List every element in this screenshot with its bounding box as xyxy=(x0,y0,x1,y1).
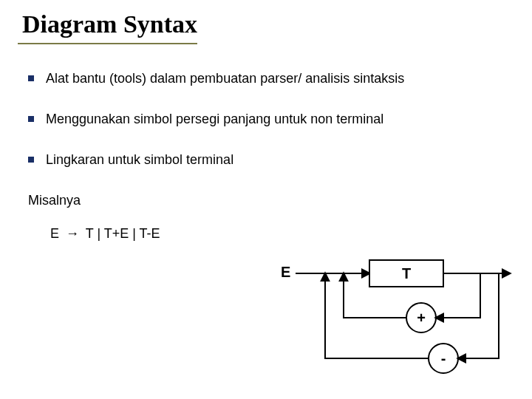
diagram-label-minus: - xyxy=(441,350,446,366)
diagram-label-e: E xyxy=(281,264,290,280)
bullet-item: Menggunakan simbol persegi panjang untuk… xyxy=(28,112,514,127)
diagram-label-t: T xyxy=(402,265,411,282)
grammar-rhs: T | T+E | T-E xyxy=(86,226,160,241)
slide: Diagram Syntax Alat bantu (tools) dalam … xyxy=(0,0,532,399)
diagram-label-plus: + xyxy=(417,310,426,326)
grammar-lhs: E xyxy=(50,226,59,241)
grammar-rule: E → T | T+E | T-E xyxy=(50,226,514,242)
arrow-icon: → xyxy=(63,226,82,242)
syntax-diagram: E T + - xyxy=(273,251,517,384)
slide-title: Diagram Syntax xyxy=(18,10,197,38)
example-label: Misalnya xyxy=(28,193,514,208)
bullet-item: Alat bantu (tools) dalam pembuatan parse… xyxy=(28,71,514,86)
bullet-list: Alat bantu (tools) dalam pembuatan parse… xyxy=(28,71,514,168)
bullet-item: Lingkaran untuk simbol terminal xyxy=(28,152,514,168)
title-underline: Diagram Syntax xyxy=(18,10,197,44)
